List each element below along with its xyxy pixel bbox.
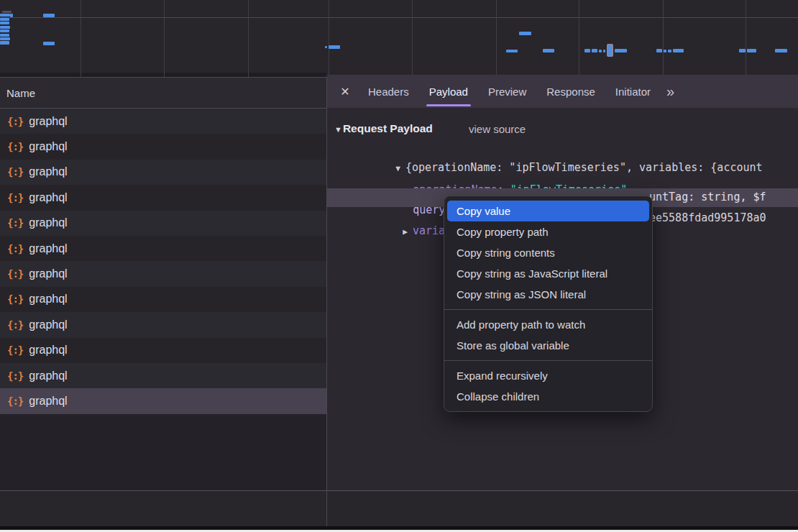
json-braces-icon: {:}: [7, 344, 23, 356]
request-row[interactable]: {:}graphql: [0, 134, 326, 159]
request-row[interactable]: {:}graphql: [0, 287, 326, 312]
name-column-header[interactable]: Name: [0, 78, 326, 109]
waterfall-bar: [43, 42, 55, 45]
request-row[interactable]: {:}graphql: [0, 363, 326, 388]
overview-gridline: [412, 0, 413, 77]
waterfall-bar: [607, 44, 613, 57]
json-braces-icon: {:}: [7, 370, 23, 382]
request-list-panel: Name {:}graphql{:}graphql{:}graphql{:}gr…: [0, 77, 327, 490]
overview-gridline: [496, 0, 497, 77]
menu-item-copy-string-as-javascript-literal[interactable]: Copy string as JavaScript literal: [447, 263, 649, 284]
waterfall-bar: [592, 49, 597, 52]
variables-value-fragment: ee5588fdad995178a0: [649, 211, 766, 224]
request-name: graphql: [29, 318, 67, 331]
waterfall-bar: [656, 49, 662, 52]
devtools-network-panel: Name {:}graphql{:}graphql{:}graphql{:}gr…: [0, 0, 798, 532]
waterfall-bar: [0, 34, 9, 37]
json-braces-icon: {:}: [7, 192, 23, 203]
overview-divider-line: [0, 17, 798, 18]
status-bar: [0, 491, 798, 526]
request-name: graphql: [29, 395, 67, 408]
request-row[interactable]: {:}graphql: [0, 338, 326, 363]
waterfall-bar: [543, 49, 554, 52]
section-collapse-triangle-icon[interactable]: ▼: [334, 125, 342, 134]
view-source-link[interactable]: view source: [469, 123, 526, 135]
json-braces-icon: {:}: [7, 166, 23, 178]
waterfall-bar: [2, 11, 12, 13]
overview-gridline: [746, 0, 746, 77]
request-row[interactable]: {:}graphql: [0, 312, 326, 337]
waterfall-bar: [0, 22, 9, 24]
waterfall-bar: [747, 49, 756, 52]
waterfall-bar: [0, 29, 9, 32]
overview-gridline: [329, 0, 329, 77]
waterfall-bar: [506, 50, 518, 52]
waterfall-bar: [325, 46, 327, 48]
menu-item-collapse-children[interactable]: Collapse children: [447, 386, 649, 407]
request-list: {:}graphql{:}graphql{:}graphql{:}graphql…: [0, 109, 326, 414]
tab-payload[interactable]: Payload: [419, 75, 478, 108]
request-row[interactable]: {:}graphql: [0, 160, 326, 185]
waterfall-bar: [739, 49, 746, 52]
menu-item-store-as-global-variable[interactable]: Store as global variable: [447, 335, 649, 356]
json-braces-icon: {:}: [7, 217, 23, 229]
waterfall-bar: [584, 49, 590, 52]
menu-item-add-property-path-to-watch[interactable]: Add property path to watch: [447, 314, 649, 335]
request-row[interactable]: {:}graphql: [0, 261, 326, 286]
waterfall-bar: [775, 49, 787, 52]
waterfall-bar: [0, 41, 9, 45]
waterfall-bar: [43, 14, 55, 17]
json-braces-icon: {:}: [7, 319, 23, 331]
request-name: graphql: [29, 370, 67, 382]
request-name: graphql: [29, 216, 67, 229]
waterfall-bar: [0, 26, 10, 29]
request-row[interactable]: {:}graphql: [0, 185, 326, 210]
waterfall-bar: [0, 14, 10, 17]
request-row[interactable]: {:}graphql: [0, 109, 326, 134]
request-row[interactable]: {:}graphql: [0, 211, 326, 236]
context-menu-group: Add property path to watchStore as globa…: [444, 309, 652, 357]
waterfall-bar: [664, 50, 666, 52]
panel-split-line[interactable]: [326, 491, 327, 526]
waterfall-bar: [0, 37, 10, 40]
request-row[interactable]: {:}graphql: [0, 388, 326, 413]
request-name: graphql: [29, 140, 67, 153]
request-name: graphql: [29, 191, 67, 204]
waterfall-bar: [599, 50, 602, 52]
waterfall-bar: [668, 50, 671, 52]
overview-gridline: [81, 0, 81, 77]
request-name: graphql: [29, 242, 67, 255]
json-braces-icon: {:}: [7, 141, 23, 152]
tab-initiator[interactable]: Initiator: [605, 75, 661, 108]
menu-item-copy-string-as-json-literal[interactable]: Copy string as JSON literal: [447, 284, 649, 305]
json-braces-icon: {:}: [7, 395, 23, 407]
query-value-fragment: untTag: string, $f: [649, 191, 766, 203]
json-braces-icon: {:}: [7, 293, 23, 305]
overview-gridline: [164, 0, 165, 77]
detail-tab-bar: ✕ HeadersPayloadPreviewResponseInitiator…: [327, 75, 798, 108]
waterfall-bar: [519, 32, 531, 35]
overview-gridline: [579, 0, 579, 77]
request-name: graphql: [29, 115, 67, 128]
waterfall-bar: [615, 49, 627, 52]
waterfall-bar: [329, 45, 340, 49]
request-row[interactable]: {:}graphql: [0, 236, 326, 261]
context-menu-group: Copy valueCopy property pathCopy string …: [444, 199, 652, 306]
tab-headers[interactable]: Headers: [358, 75, 419, 108]
menu-item-copy-string-contents[interactable]: Copy string contents: [447, 242, 649, 263]
json-braces-icon: {:}: [7, 116, 23, 127]
waterfall-bar: [10, 14, 13, 17]
close-icon[interactable]: ✕: [336, 85, 354, 98]
network-overview-strip[interactable]: [0, 0, 798, 77]
request-name: graphql: [29, 165, 67, 178]
menu-item-copy-value[interactable]: Copy value: [447, 201, 649, 221]
expand-closed-triangle-icon[interactable]: ▶: [403, 227, 408, 237]
request-payload-section-title[interactable]: ▼Request Payload: [334, 122, 433, 135]
tab-preview[interactable]: Preview: [478, 75, 536, 108]
menu-item-expand-recursively[interactable]: Expand recursively: [447, 365, 649, 386]
waterfall-bar: [603, 50, 605, 52]
tab-response[interactable]: Response: [536, 75, 605, 108]
waterfall-bar: [673, 49, 684, 52]
more-tabs-icon[interactable]: »: [666, 83, 674, 100]
menu-item-copy-property-path[interactable]: Copy property path: [447, 221, 649, 242]
